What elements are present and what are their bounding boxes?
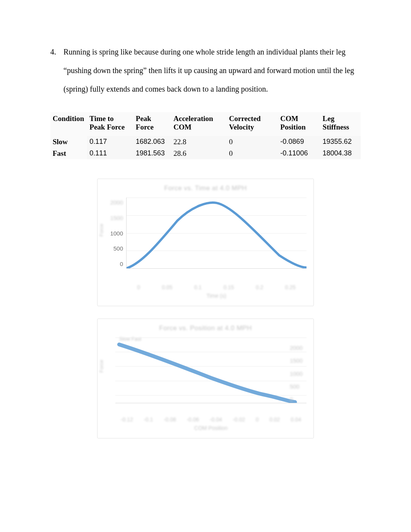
list-body-text: Running is spring like because during on…	[63, 43, 361, 98]
data-table-container: Condition Time to Peak Force Peak Force …	[50, 112, 361, 159]
x-tick: -0.12	[121, 416, 133, 423]
x-tick: -0.08	[164, 416, 176, 423]
x-tick: -0.02	[233, 416, 245, 423]
x-tick: 0.02	[269, 416, 280, 423]
cell: 18004.38	[320, 148, 361, 159]
chart-force-vs-time: Force vs. Time at 4.0 MPH Force 2000 150…	[97, 179, 314, 306]
y-tick: 500	[290, 383, 303, 390]
col-condition: Condition	[50, 112, 87, 136]
x-tick: 0.1	[194, 284, 202, 290]
y-tick: 2000	[110, 199, 123, 206]
y-axis-label: Force	[99, 360, 104, 373]
y-tick: 0	[290, 396, 303, 402]
x-tick: 0.15	[223, 284, 234, 290]
line-curve-icon	[127, 198, 307, 268]
col-com-position: COM Position	[278, 112, 320, 136]
numbered-list-item: 4. Running is spring like because during…	[50, 43, 361, 98]
x-tick: 0.04	[291, 416, 301, 423]
x-axis: -0.12 -0.1 -0.08 -0.06 -0.04 -0.02 0 0.0…	[115, 416, 307, 423]
x-axis-label: Time (s)	[126, 293, 307, 299]
y-tick: 1000	[110, 230, 123, 237]
y-tick: 1500	[290, 357, 303, 364]
chart-force-vs-position: Force vs. Position at 4.0 MPH Force Slow…	[97, 319, 314, 438]
y-axis-label: Force	[99, 224, 104, 237]
col-corrected-velocity: Corrected Velocity	[227, 112, 278, 136]
cell: 0.111	[87, 148, 133, 159]
cell: 0	[227, 148, 278, 159]
plot-area: Slow Fast 2000 1500 1000 500 0	[115, 338, 307, 403]
table-row: Fast 0.111 1981.563 28.6 0 -0.11006 1800…	[50, 148, 361, 159]
y-tick: 1500	[110, 215, 123, 221]
cell: 1682.063	[134, 136, 171, 148]
x-axis-label: COM Position	[115, 425, 307, 431]
x-tick: 0	[256, 416, 259, 423]
x-tick: 0.05	[162, 284, 172, 290]
cell: 28.6	[171, 148, 226, 159]
line-curve-icon	[115, 338, 307, 403]
cell: -0.0869	[278, 136, 320, 148]
cell: -0.11006	[278, 148, 320, 159]
cell: 1981.563	[134, 148, 171, 159]
y-tick: 2000	[290, 344, 303, 351]
x-tick: 0	[137, 284, 140, 290]
col-time-to-peak-force: Time to Peak Force	[87, 112, 133, 136]
x-tick: -0.1	[144, 416, 153, 423]
plot-area	[126, 198, 307, 269]
chart-title: Force vs. Time at 4.0 MPH	[104, 184, 307, 192]
y-tick: 500	[113, 245, 123, 252]
row-label-slow: Slow	[50, 136, 87, 148]
chart-title: Force vs. Position at 4.0 MPH	[104, 324, 307, 332]
col-leg-stiffness: Leg Stiffness	[320, 112, 361, 136]
table-header-row: Condition Time to Peak Force Peak Force …	[50, 112, 361, 136]
y-axis: 2000 1500 1000 500 0	[104, 198, 126, 267]
data-table: Condition Time to Peak Force Peak Force …	[50, 112, 361, 159]
cell: 22.8	[171, 136, 226, 148]
y-tick: 0	[120, 261, 123, 267]
col-peak-force: Peak Force	[134, 112, 171, 136]
x-tick: 0.2	[256, 284, 263, 290]
table-row: Slow 0.117 1682.063 22.8 0 -0.0869 19355…	[50, 136, 361, 148]
col-acceleration-com: Acceleration COM	[171, 112, 226, 136]
y-axis-right: 2000 1500 1000 500 0	[290, 344, 303, 402]
row-label-fast: Fast	[50, 148, 87, 159]
cell: 19355.62	[320, 136, 361, 148]
cell: 0	[227, 136, 278, 148]
x-axis: 0 0.05 0.1 0.15 0.2 0.25	[126, 284, 307, 290]
x-tick: -0.04	[210, 416, 222, 423]
x-tick: 0.25	[285, 284, 296, 290]
list-number: 4.	[50, 43, 63, 98]
y-tick: 1000	[290, 370, 303, 377]
x-tick: -0.06	[187, 416, 199, 423]
cell: 0.117	[87, 136, 133, 148]
